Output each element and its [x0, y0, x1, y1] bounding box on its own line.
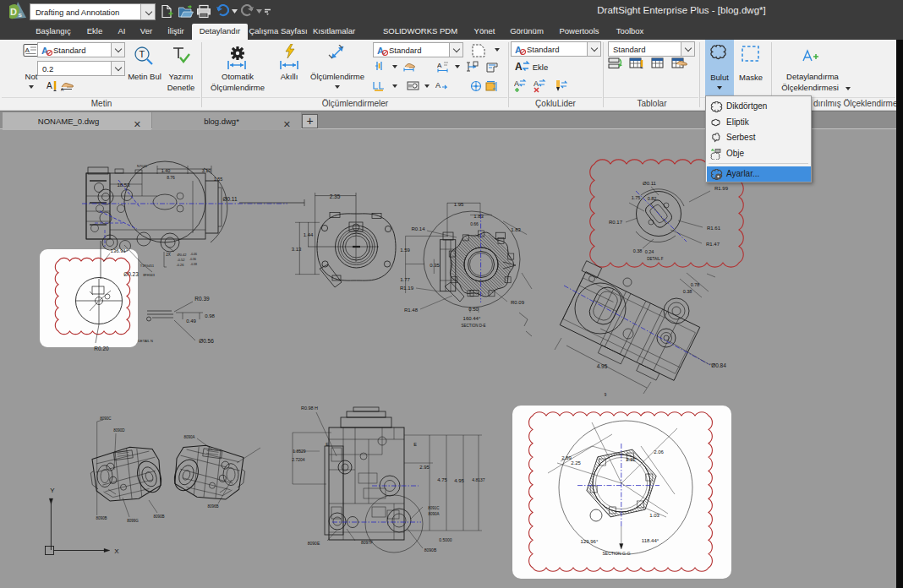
svg-text:3.10: 3.10 — [202, 168, 211, 173]
svg-text:8090A: 8090A — [183, 435, 194, 439]
svg-text:E: E — [413, 442, 417, 447]
svg-text:129.96°: 129.96° — [581, 539, 599, 544]
svg-text:T: T — [140, 49, 145, 59]
svg-text:R0.17: R0.17 — [609, 220, 623, 225]
svg-text:18.53: 18.53 — [117, 182, 130, 188]
svg-text:A: A — [515, 61, 523, 72]
svg-text:T1PG451: T1PG451 — [140, 264, 154, 268]
svg-text:Ø0.11: Ø0.11 — [643, 181, 657, 186]
svg-text:R1.47: R1.47 — [706, 242, 720, 247]
svg-text:Ø0.84: Ø0.84 — [711, 362, 726, 368]
svg-text:DETAIL F: DETAIL F — [647, 257, 664, 261]
svg-text:2.25: 2.25 — [571, 460, 581, 466]
svg-text:R0.09: R0.09 — [511, 300, 525, 305]
svg-text:X: X — [114, 547, 119, 555]
svg-text:0.35: 0.35 — [430, 263, 440, 268]
svg-text:2.7204: 2.7204 — [292, 457, 305, 462]
svg-text:D: D — [10, 7, 17, 17]
svg-text:1.59: 1.59 — [400, 248, 410, 253]
svg-text:A: A — [47, 81, 52, 90]
svg-text:R0.20: R0.20 — [94, 346, 109, 351]
svg-text:8091C: 8091C — [428, 506, 440, 510]
svg-text:Y: Y — [50, 487, 55, 494]
svg-text:2.06: 2.06 — [654, 449, 664, 455]
svg-text:160.44°: 160.44° — [463, 316, 481, 321]
svg-text:SECTION D-E: SECTION D-E — [461, 324, 485, 328]
svg-text:8.76: 8.76 — [167, 175, 175, 180]
svg-text:1.83: 1.83 — [473, 214, 484, 219]
svg-text:1.55: 1.55 — [214, 177, 223, 182]
svg-text:Ø0.11: Ø0.11 — [222, 196, 238, 202]
svg-text:2X: 2X — [166, 253, 171, 257]
svg-text:1.77: 1.77 — [400, 277, 410, 282]
svg-text:Ø0.23: Ø0.23 — [123, 271, 139, 277]
svg-text:R0.39: R0.39 — [194, 296, 210, 302]
svg-text:0.66: 0.66 — [470, 221, 479, 226]
svg-text:4.95: 4.95 — [454, 478, 464, 483]
svg-text:0.98: 0.98 — [205, 313, 215, 318]
svg-text:s: s — [19, 11, 23, 19]
svg-text:-0.46: -0.46 — [190, 253, 197, 256]
svg-text:8097F: 8097F — [361, 540, 373, 545]
svg-text:1.83: 1.83 — [511, 227, 521, 232]
svg-text:1.40: 1.40 — [161, 168, 171, 173]
svg-text:E: E — [326, 442, 329, 447]
svg-text:2.22: 2.22 — [626, 457, 636, 462]
svg-text:8099G: 8099G — [127, 519, 139, 523]
svg-text:0.38: 0.38 — [683, 289, 692, 294]
svg-text:136.91°: 136.91° — [111, 248, 129, 253]
svg-text:A: A — [437, 62, 442, 69]
svg-text:R1.19: R1.19 — [400, 286, 414, 291]
svg-text:3.13: 3.13 — [292, 247, 302, 252]
svg-text:DETAIL N: DETAIL N — [138, 339, 153, 343]
svg-text:0.5000: 0.5000 — [439, 537, 452, 542]
svg-text:-0.52: -0.52 — [177, 258, 185, 262]
svg-text:-0.36: -0.36 — [189, 258, 196, 261]
svg-text:R0.14: R0.14 — [411, 226, 425, 231]
svg-text:1.75: 1.75 — [632, 195, 641, 200]
svg-text:SECTION G-G: SECTION G-G — [602, 551, 630, 556]
svg-text:0.49: 0.49 — [186, 318, 196, 324]
svg-text:Ø0.56: Ø0.56 — [199, 338, 214, 344]
svg-text:Ø0.42: Ø0.42 — [178, 253, 188, 257]
svg-text:4.95: 4.95 — [597, 363, 608, 369]
svg-text:R1.48: R1.48 — [404, 308, 419, 313]
svg-text:A: A — [534, 79, 539, 88]
svg-text:118.44°: 118.44° — [642, 538, 659, 543]
svg-text:A: A — [435, 81, 441, 90]
svg-text:8096B: 8096B — [207, 504, 218, 509]
svg-text:8090B: 8090B — [424, 547, 437, 553]
svg-text:4.8137: 4.8137 — [472, 477, 485, 482]
svg-text:-0.38: -0.38 — [190, 263, 197, 266]
svg-text:0.24: 0.24 — [645, 249, 654, 254]
svg-text:2.35: 2.35 — [330, 193, 341, 199]
svg-text:8090A: 8090A — [428, 512, 439, 516]
svg-text:A: A — [25, 46, 30, 54]
svg-text:8090D: 8090D — [113, 428, 125, 433]
svg-text:8090B: 8090B — [153, 514, 164, 519]
svg-text:A: A — [514, 79, 519, 88]
svg-text:R1.61: R1.61 — [707, 226, 721, 231]
svg-text:-0.26: -0.26 — [176, 263, 184, 267]
svg-text:R0.98 H: R0.98 H — [301, 406, 318, 411]
svg-text:0.82: 0.82 — [648, 196, 657, 201]
svg-text:4.75: 4.75 — [437, 477, 447, 482]
svg-text:2.95: 2.95 — [419, 465, 430, 470]
svg-text:8FH343: 8FH343 — [143, 274, 155, 277]
svg-text:R1.99: R1.99 — [714, 186, 729, 191]
svg-text:N7041: N7041 — [137, 164, 148, 168]
svg-text:8090B: 8090B — [96, 516, 107, 520]
svg-text:0.38: 0.38 — [633, 248, 643, 253]
svg-text:8090E: 8090E — [308, 541, 320, 546]
svg-text:1.95: 1.95 — [454, 202, 464, 207]
